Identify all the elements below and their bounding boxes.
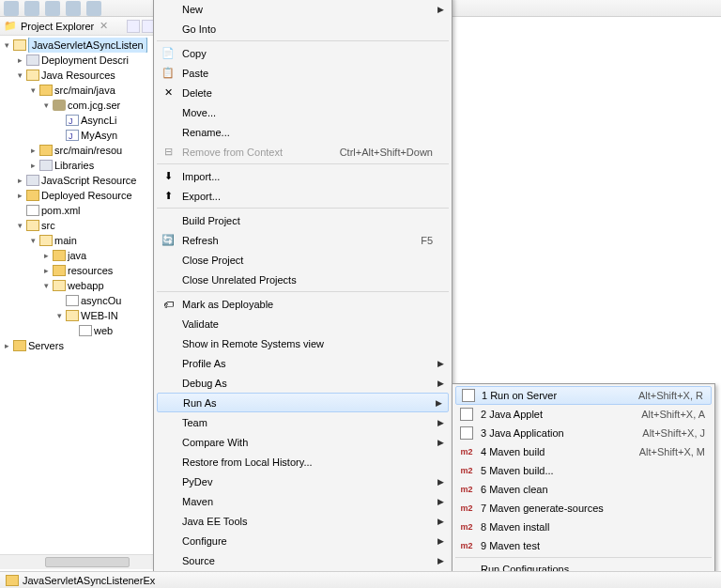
tree-item[interactable]: ▸JavaScript Resource <box>2 173 159 188</box>
tree-item[interactable]: pom.xml <box>2 203 159 218</box>
expand-icon[interactable]: ▸ <box>2 338 11 353</box>
expand-icon[interactable]: ▾ <box>41 98 51 113</box>
horizontal-scrollbar[interactable] <box>0 554 159 569</box>
toolbar-icon[interactable] <box>66 1 81 16</box>
submenu-item[interactable]: m27 Maven generate-sources <box>454 499 713 518</box>
tree-item[interactable]: asyncOu <box>2 293 159 308</box>
menu-item[interactable]: Compare With▶ <box>156 432 450 452</box>
menu-item[interactable]: Close Unrelated Projects <box>156 270 450 289</box>
menu-item[interactable]: Close Project <box>156 250 450 270</box>
menu-item[interactable]: Rename... <box>156 122 450 142</box>
expand-icon[interactable]: ▸ <box>28 143 38 158</box>
tree-item[interactable]: ▸src/main/resou <box>2 143 159 158</box>
menu-item[interactable]: Run As▶ <box>157 393 449 412</box>
submenu-item[interactable]: 3 Java ApplicationAlt+Shift+X, J <box>454 424 713 442</box>
menu-item[interactable]: Show in Remote Systems view <box>156 333 450 353</box>
submenu-item[interactable]: m29 Maven test <box>454 536 713 555</box>
submenu-item[interactable]: m25 Maven build... <box>454 461 713 480</box>
context-menu[interactable]: New▶Go Into📄Copy📋Paste✕DeleteMove...Rena… <box>153 0 453 588</box>
menu-item[interactable]: Profile As▶ <box>156 353 450 373</box>
tree-icon <box>26 175 39 186</box>
tree-icon <box>53 250 66 261</box>
menu-item[interactable]: Source▶ <box>156 550 450 570</box>
expand-icon[interactable]: ▾ <box>41 278 51 293</box>
tree-item[interactable]: ▸resources <box>2 263 159 278</box>
menu-item[interactable]: Team▶ <box>156 412 450 432</box>
expand-icon[interactable]: ▸ <box>15 173 24 188</box>
menu-item[interactable]: Build Project <box>156 210 450 230</box>
submenu-item[interactable]: 1 Run on ServerAlt+Shift+X, R <box>455 386 712 405</box>
tree-item[interactable]: ▸java <box>2 248 159 263</box>
expand-icon[interactable]: ▸ <box>28 158 38 173</box>
toolbar-icon[interactable] <box>4 1 19 16</box>
menu-item[interactable]: ✕Delete <box>156 83 450 102</box>
project-tree[interactable]: ▾JavaServletASyncListen▸Deployment Descr… <box>0 36 159 355</box>
submenu-item[interactable]: m24 Maven buildAlt+Shift+X, M <box>454 442 713 461</box>
expand-icon[interactable]: ▾ <box>28 83 38 98</box>
tree-label: java <box>68 248 86 263</box>
menu-item[interactable]: 📄Copy <box>156 43 450 63</box>
menu-item[interactable]: 🏷Mark as Deployable <box>156 294 450 314</box>
tree-icon <box>39 85 53 96</box>
menu-item[interactable]: ⊟Remove from ContextCtrl+Alt+Shift+Down <box>156 142 450 162</box>
scrollbar-thumb[interactable] <box>45 557 130 567</box>
expand-icon[interactable]: ▸ <box>41 248 51 263</box>
submenu-item[interactable]: m26 Maven clean <box>454 480 713 499</box>
expand-icon[interactable]: ▸ <box>41 263 51 278</box>
menu-icon: ⬇ <box>161 169 176 184</box>
submenu-icon <box>459 426 474 441</box>
expand-icon[interactable]: ▾ <box>2 38 11 53</box>
tree-item[interactable]: ▸Deployed Resource <box>2 188 159 203</box>
tree-item[interactable]: ▾src/main/java <box>2 83 159 98</box>
submenu-arrow-icon: ▶ <box>437 438 444 447</box>
tree-item[interactable]: AsyncLi <box>2 113 159 128</box>
menu-label: Export... <box>182 191 221 202</box>
close-icon[interactable]: ✕ <box>100 20 108 32</box>
menu-item[interactable]: PyDev▶ <box>156 472 450 491</box>
menu-item[interactable]: ⬆Export... <box>156 186 450 206</box>
menu-item[interactable]: Restore from Local History... <box>156 452 450 472</box>
menu-item[interactable]: Go Into <box>156 19 450 39</box>
submenu-arrow-icon: ▶ <box>437 379 444 388</box>
expand-icon[interactable]: ▸ <box>15 53 24 68</box>
tree-item[interactable]: web <box>2 323 159 338</box>
menu-item[interactable]: 🔄RefreshF5 <box>156 230 450 250</box>
menu-item[interactable]: 📋Paste <box>156 63 450 83</box>
tree-item[interactable]: ▾Java Resources <box>2 68 159 83</box>
menu-item[interactable]: New▶ <box>156 0 450 19</box>
menu-item[interactable]: Validate <box>156 314 450 333</box>
toolbar-icon[interactable] <box>24 1 39 16</box>
expand-icon[interactable]: ▾ <box>15 68 24 83</box>
tree-item[interactable]: ▾webapp <box>2 278 159 293</box>
run-as-submenu[interactable]: 1 Run on ServerAlt+Shift+X, R2 Java Appl… <box>452 383 715 581</box>
tree-item[interactable]: ▸Deployment Descri <box>2 53 159 68</box>
submenu-item[interactable]: m28 Maven install <box>454 518 713 536</box>
tree-item[interactable]: ▾JavaServletASyncListen <box>2 38 159 53</box>
expand-icon[interactable]: ▾ <box>54 308 64 323</box>
menu-label: Show in Remote Systems view <box>182 338 324 349</box>
submenu-icon: m2 <box>459 444 474 459</box>
menu-shortcut: F5 <box>421 235 433 246</box>
tree-item[interactable]: MyAsyn <box>2 128 159 143</box>
tree-item[interactable]: ▾WEB-IN <box>2 308 159 323</box>
menu-label: Restore from Local History... <box>182 456 313 468</box>
tree-item[interactable]: ▾main <box>2 233 159 248</box>
menu-item[interactable]: Maven▶ <box>156 491 450 511</box>
expand-icon[interactable]: ▾ <box>28 233 38 248</box>
menu-item[interactable]: Java EE Tools▶ <box>156 511 450 531</box>
tree-item[interactable]: ▸Servers <box>2 338 159 353</box>
toolbar-icon[interactable] <box>86 1 101 16</box>
expand-icon[interactable]: ▸ <box>15 188 24 203</box>
menu-item[interactable]: Move... <box>156 102 450 122</box>
submenu-item[interactable]: 2 Java AppletAlt+Shift+X, A <box>454 405 713 424</box>
tree-item[interactable]: ▸Libraries <box>2 158 159 173</box>
expand-icon[interactable]: ▾ <box>15 218 24 233</box>
menu-separator <box>455 557 712 558</box>
toolbar-icon[interactable] <box>45 1 60 16</box>
tree-item[interactable]: ▾com.jcg.ser <box>2 98 159 113</box>
menu-icon: 🏷 <box>161 297 176 312</box>
menu-item[interactable]: Debug As▶ <box>156 373 450 393</box>
menu-item[interactable]: ⬇Import... <box>156 166 450 186</box>
menu-item[interactable]: Configure▶ <box>156 531 450 550</box>
tree-item[interactable]: ▾src <box>2 218 159 233</box>
